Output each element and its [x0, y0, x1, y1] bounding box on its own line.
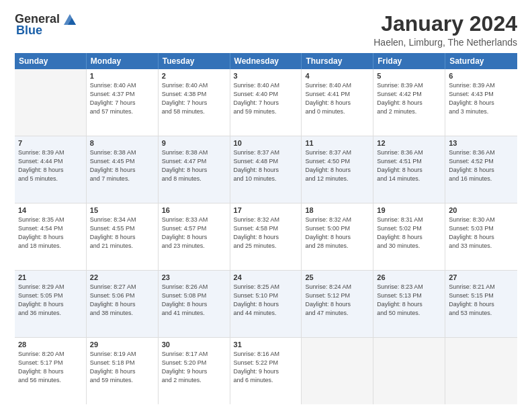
day-detail: Sunrise: 8:20 AM Sunset: 5:17 PM Dayligh…	[18, 350, 83, 385]
day-number: 28	[18, 340, 83, 349]
calendar-cell-2-6: 20Sunrise: 8:30 AM Sunset: 5:03 PM Dayli…	[445, 203, 517, 270]
day-number: 8	[90, 139, 154, 147]
day-number: 11	[305, 139, 369, 147]
day-detail: Sunrise: 8:25 AM Sunset: 5:10 PM Dayligh…	[234, 283, 298, 318]
calendar-cell-0-2: 2Sunrise: 8:40 AM Sunset: 4:38 PM Daylig…	[159, 69, 230, 136]
calendar-row-4: 28Sunrise: 8:20 AM Sunset: 5:17 PM Dayli…	[15, 338, 517, 404]
calendar-cell-4-5	[373, 338, 445, 404]
day-number: 19	[377, 206, 441, 214]
day-detail: Sunrise: 8:40 AM Sunset: 4:38 PM Dayligh…	[162, 81, 226, 116]
weekday-sunday: Sunday	[15, 53, 87, 69]
calendar-header: Sunday Monday Tuesday Wednesday Thursday…	[15, 53, 517, 69]
weekday-friday: Friday	[373, 53, 445, 69]
day-number: 25	[305, 273, 369, 281]
day-number: 23	[162, 273, 226, 281]
calendar-cell-2-5: 19Sunrise: 8:31 AM Sunset: 5:02 PM Dayli…	[373, 203, 445, 270]
calendar-cell-1-6: 13Sunrise: 8:36 AM Sunset: 4:52 PM Dayli…	[445, 136, 517, 203]
day-detail: Sunrise: 8:29 AM Sunset: 5:05 PM Dayligh…	[18, 283, 83, 318]
calendar-cell-1-2: 9Sunrise: 8:38 AM Sunset: 4:47 PM Daylig…	[159, 136, 230, 203]
day-number: 30	[162, 340, 226, 349]
day-number: 15	[90, 206, 154, 214]
day-number: 12	[377, 139, 441, 147]
day-detail: Sunrise: 8:16 AM Sunset: 5:22 PM Dayligh…	[234, 350, 298, 385]
day-detail: Sunrise: 8:19 AM Sunset: 5:18 PM Dayligh…	[90, 350, 154, 385]
calendar-cell-3-0: 21Sunrise: 8:29 AM Sunset: 5:05 PM Dayli…	[15, 271, 87, 337]
calendar-cell-4-0: 28Sunrise: 8:20 AM Sunset: 5:17 PM Dayli…	[15, 338, 87, 404]
day-detail: Sunrise: 8:30 AM Sunset: 5:03 PM Dayligh…	[449, 216, 514, 250]
calendar-cell-2-2: 16Sunrise: 8:33 AM Sunset: 4:57 PM Dayli…	[159, 203, 230, 270]
weekday-tuesday: Tuesday	[159, 53, 230, 69]
day-number: 21	[18, 273, 83, 281]
day-number: 31	[234, 340, 298, 349]
calendar-cell-0-6: 6Sunrise: 8:39 AM Sunset: 4:43 PM Daylig…	[445, 69, 517, 136]
day-detail: Sunrise: 8:39 AM Sunset: 4:43 PM Dayligh…	[449, 81, 514, 116]
calendar-cell-2-0: 14Sunrise: 8:35 AM Sunset: 4:54 PM Dayli…	[15, 203, 87, 270]
month-title: January 2024	[373, 12, 517, 36]
day-number: 26	[377, 273, 441, 281]
day-number: 7	[18, 139, 83, 147]
calendar-cell-1-3: 10Sunrise: 8:37 AM Sunset: 4:48 PM Dayli…	[230, 136, 302, 203]
day-number: 5	[377, 72, 441, 80]
calendar-row-3: 21Sunrise: 8:29 AM Sunset: 5:05 PM Dayli…	[15, 271, 517, 338]
day-number: 10	[234, 139, 298, 147]
calendar-cell-1-4: 11Sunrise: 8:37 AM Sunset: 4:50 PM Dayli…	[302, 136, 373, 203]
day-number: 29	[90, 340, 154, 349]
calendar-cell-2-4: 18Sunrise: 8:32 AM Sunset: 5:00 PM Dayli…	[302, 203, 373, 270]
calendar-row-0: 1Sunrise: 8:40 AM Sunset: 4:37 PM Daylig…	[15, 69, 517, 136]
day-detail: Sunrise: 8:40 AM Sunset: 4:41 PM Dayligh…	[305, 81, 369, 116]
day-detail: Sunrise: 8:39 AM Sunset: 4:44 PM Dayligh…	[18, 148, 83, 183]
day-number: 24	[234, 273, 298, 281]
location-title: Haelen, Limburg, The Netherlands	[373, 37, 517, 48]
calendar-cell-0-1: 1Sunrise: 8:40 AM Sunset: 4:37 PM Daylig…	[87, 69, 159, 136]
day-number: 20	[449, 206, 514, 214]
calendar-cell-3-3: 24Sunrise: 8:25 AM Sunset: 5:10 PM Dayli…	[230, 271, 302, 337]
day-number: 14	[18, 206, 83, 214]
calendar-cell-1-1: 8Sunrise: 8:38 AM Sunset: 4:45 PM Daylig…	[87, 136, 159, 203]
day-detail: Sunrise: 8:37 AM Sunset: 4:48 PM Dayligh…	[234, 148, 298, 183]
calendar-cell-1-0: 7Sunrise: 8:39 AM Sunset: 4:44 PM Daylig…	[15, 136, 87, 203]
header: General Blue January 2024 Haelen, Limbur…	[15, 12, 517, 48]
calendar-row-1: 7Sunrise: 8:39 AM Sunset: 4:44 PM Daylig…	[15, 136, 517, 203]
day-detail: Sunrise: 8:31 AM Sunset: 5:02 PM Dayligh…	[377, 216, 441, 250]
calendar-row-2: 14Sunrise: 8:35 AM Sunset: 4:54 PM Dayli…	[15, 203, 517, 271]
day-number: 18	[305, 206, 369, 214]
day-detail: Sunrise: 8:40 AM Sunset: 4:37 PM Dayligh…	[90, 81, 154, 116]
weekday-wednesday: Wednesday	[230, 53, 302, 69]
day-detail: Sunrise: 8:38 AM Sunset: 4:45 PM Dayligh…	[90, 148, 154, 183]
calendar-body: 1Sunrise: 8:40 AM Sunset: 4:37 PM Daylig…	[15, 69, 517, 404]
calendar-cell-2-1: 15Sunrise: 8:34 AM Sunset: 4:55 PM Dayli…	[87, 203, 159, 270]
day-detail: Sunrise: 8:40 AM Sunset: 4:40 PM Dayligh…	[234, 81, 298, 116]
day-detail: Sunrise: 8:23 AM Sunset: 5:13 PM Dayligh…	[377, 283, 441, 318]
day-detail: Sunrise: 8:33 AM Sunset: 4:57 PM Dayligh…	[162, 216, 226, 250]
day-number: 22	[90, 273, 154, 281]
calendar-cell-3-1: 22Sunrise: 8:27 AM Sunset: 5:06 PM Dayli…	[87, 271, 159, 337]
day-number: 6	[449, 72, 514, 80]
day-detail: Sunrise: 8:21 AM Sunset: 5:15 PM Dayligh…	[449, 283, 514, 318]
calendar-cell-0-5: 5Sunrise: 8:39 AM Sunset: 4:42 PM Daylig…	[373, 69, 445, 136]
weekday-thursday: Thursday	[302, 53, 373, 69]
title-block: January 2024 Haelen, Limburg, The Nether…	[373, 12, 517, 48]
calendar-cell-3-5: 26Sunrise: 8:23 AM Sunset: 5:13 PM Dayli…	[373, 271, 445, 337]
day-detail: Sunrise: 8:32 AM Sunset: 4:58 PM Dayligh…	[234, 216, 298, 250]
day-detail: Sunrise: 8:32 AM Sunset: 5:00 PM Dayligh…	[305, 216, 369, 250]
calendar-cell-0-0	[15, 69, 87, 136]
day-number: 3	[234, 72, 298, 80]
day-number: 1	[90, 72, 154, 80]
day-detail: Sunrise: 8:34 AM Sunset: 4:55 PM Dayligh…	[90, 216, 154, 250]
day-number: 17	[234, 206, 298, 214]
calendar-cell-4-6	[445, 338, 517, 404]
weekday-saturday: Saturday	[445, 53, 517, 69]
day-detail: Sunrise: 8:36 AM Sunset: 4:51 PM Dayligh…	[377, 148, 441, 183]
calendar-cell-3-2: 23Sunrise: 8:26 AM Sunset: 5:08 PM Dayli…	[159, 271, 230, 337]
logo: General Blue	[15, 12, 79, 38]
calendar-cell-3-4: 25Sunrise: 8:24 AM Sunset: 5:12 PM Dayli…	[302, 271, 373, 337]
calendar-cell-2-3: 17Sunrise: 8:32 AM Sunset: 4:58 PM Dayli…	[230, 203, 302, 270]
calendar-cell-3-6: 27Sunrise: 8:21 AM Sunset: 5:15 PM Dayli…	[445, 271, 517, 337]
day-detail: Sunrise: 8:35 AM Sunset: 4:54 PM Dayligh…	[18, 216, 83, 250]
logo-icon	[62, 13, 77, 26]
day-number: 16	[162, 206, 226, 214]
day-detail: Sunrise: 8:36 AM Sunset: 4:52 PM Dayligh…	[449, 148, 514, 183]
page: General Blue January 2024 Haelen, Limbur…	[0, 0, 532, 411]
weekday-monday: Monday	[87, 53, 159, 69]
day-number: 27	[449, 273, 514, 281]
